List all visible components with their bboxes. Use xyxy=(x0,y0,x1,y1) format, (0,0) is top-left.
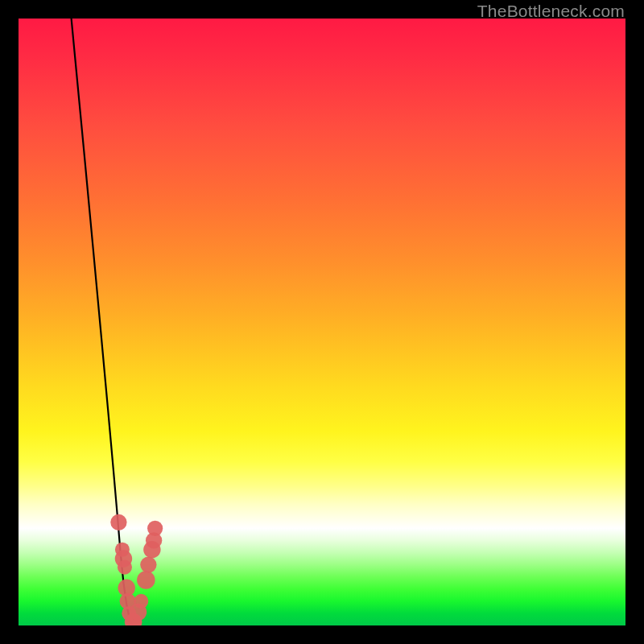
chart-plot-area xyxy=(19,19,625,625)
chart-marker xyxy=(110,514,126,530)
chart-marker xyxy=(147,521,163,536)
chart-marker xyxy=(137,571,155,589)
watermark-text: TheBottleneck.com xyxy=(477,2,625,21)
chart-marker xyxy=(118,560,132,575)
chart-outer-frame: TheBottleneck.com xyxy=(0,0,644,644)
chart-svg xyxy=(19,19,625,625)
chart-marker xyxy=(134,594,148,609)
chart-curve-left-branch xyxy=(72,19,133,625)
chart-curves xyxy=(72,19,133,625)
chart-marker xyxy=(140,556,156,572)
